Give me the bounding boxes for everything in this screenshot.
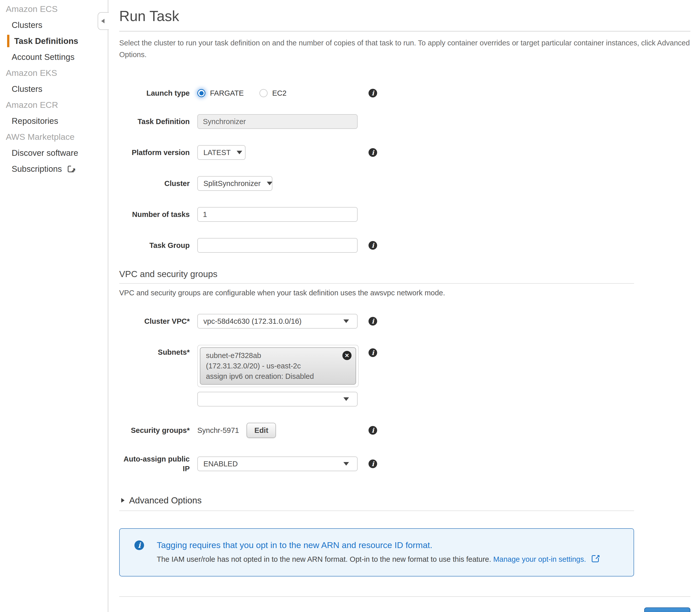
external-link-icon xyxy=(592,555,599,562)
form-row-number-of-tasks: Number of tasks xyxy=(119,207,690,222)
alert-title: Tagging requires that you opt in to the … xyxy=(157,540,599,551)
sidebar-collapse-button[interactable] xyxy=(98,12,109,30)
form-row-task-group: Task Group i xyxy=(119,238,690,253)
sidebar-header-amazon-eks: Amazon EKS xyxy=(0,65,108,81)
advanced-options-label: Advanced Options xyxy=(129,495,202,505)
subnet-id: subnet-e7f328ab xyxy=(206,350,350,361)
sidebar-item-label: Task Definitions xyxy=(14,36,78,46)
security-groups-info-icon[interactable]: i xyxy=(369,426,377,435)
manage-opt-in-settings-link[interactable]: Manage your opt-in settings. xyxy=(493,555,586,563)
sidebar-item-account-settings[interactable]: Account Settings xyxy=(0,49,108,65)
chevron-right-icon xyxy=(121,498,125,503)
sidebar-item-subscriptions[interactable]: Subscriptions xyxy=(0,161,108,177)
task-group-label: Task Group xyxy=(119,240,197,250)
subnets-label: Subnets* xyxy=(119,345,197,357)
info-icon: i xyxy=(134,540,144,550)
footer-divider xyxy=(119,596,690,597)
form-row-cluster: Cluster SplitSynchronizer xyxy=(119,176,690,191)
security-groups-label: Security groups* xyxy=(119,426,197,435)
title-divider xyxy=(119,31,690,31)
launch-type-radio-group: FARGATE EC2 xyxy=(197,89,302,97)
tagging-info-alert: i Tagging requires that you opt in to th… xyxy=(119,528,634,576)
sidebar-header-amazon-ecs: Amazon ECS xyxy=(0,1,108,17)
chevron-down-icon xyxy=(237,151,242,154)
platform-version-dropdown[interactable]: LATEST xyxy=(197,145,245,160)
collapse-left-icon xyxy=(101,19,104,23)
security-group-value: Synchr-5971 xyxy=(197,426,239,435)
active-indicator-bar xyxy=(7,35,9,47)
page-title: Run Task xyxy=(119,8,690,24)
page-description: Select the cluster to run your task defi… xyxy=(119,37,690,60)
run-task-button[interactable]: Run Task xyxy=(644,608,690,612)
task-definition-label: Task Definition xyxy=(119,117,197,126)
subnet-chip: subnet-e7f328ab (172.31.32.0/20) - us-ea… xyxy=(200,347,356,385)
platform-version-info-icon[interactable]: i xyxy=(369,148,377,157)
sidebar-item-discover-software[interactable]: Discover software xyxy=(0,145,108,161)
task-definition-input[interactable] xyxy=(197,114,358,129)
advanced-options-divider xyxy=(119,511,634,511)
remove-subnet-icon[interactable]: × xyxy=(342,351,352,360)
cluster-label: Cluster xyxy=(119,179,197,188)
task-group-input[interactable] xyxy=(197,238,358,253)
sidebar: Amazon ECS Clusters Task Definitions Acc… xyxy=(0,0,108,612)
sidebar-item-task-definitions[interactable]: Task Definitions xyxy=(0,33,108,49)
form-row-launch-type: Launch type FARGATE EC2 i xyxy=(119,88,690,98)
sidebar-item-repositories[interactable]: Repositories xyxy=(0,113,108,129)
edit-security-groups-button[interactable]: Edit xyxy=(246,423,276,438)
form-row-platform-version: Platform version LATEST i xyxy=(119,145,690,160)
chevron-down-icon xyxy=(343,397,349,401)
launch-type-label: Launch type xyxy=(119,88,197,98)
sidebar-item-ecs-clusters[interactable]: Clusters xyxy=(0,17,108,33)
platform-version-label: Platform version xyxy=(119,148,197,157)
subnet-cidr-az: (172.31.32.0/20) - us-east-2c xyxy=(206,361,350,371)
cancel-button[interactable]: Cancel xyxy=(609,611,634,612)
subnet-ipv6-note: assign ipv6 on creation: Disabled xyxy=(206,371,350,381)
alert-text: The IAM user/role has not opted in to th… xyxy=(157,554,599,564)
cluster-vpc-value: vpc-58d4c630 (172.31.0.0/16) xyxy=(203,317,302,325)
footer-actions: Cancel Run Task xyxy=(119,608,690,612)
chevron-down-icon xyxy=(267,182,272,185)
auto-assign-ip-dropdown[interactable]: ENABLED xyxy=(197,457,358,471)
auto-assign-ip-value: ENABLED xyxy=(203,460,238,468)
run-task-form: Launch type FARGATE EC2 i Task Definitio… xyxy=(119,88,690,253)
form-row-cluster-vpc: Cluster VPC* vpc-58d4c630 (172.31.0.0/16… xyxy=(119,314,690,329)
cluster-vpc-info-icon[interactable]: i xyxy=(369,317,377,325)
number-of-tasks-label: Number of tasks xyxy=(119,210,197,219)
external-link-icon xyxy=(68,166,74,172)
platform-version-value: LATEST xyxy=(203,149,230,157)
task-group-info-icon[interactable]: i xyxy=(369,241,377,250)
alert-message: The IAM user/role has not opted in to th… xyxy=(157,555,491,563)
form-row-security-groups: Security groups* Synchr-5971 Edit i xyxy=(119,423,690,438)
subnets-field: subnet-e7f328ab (172.31.32.0/20) - us-ea… xyxy=(197,345,359,406)
subnets-info-icon[interactable]: i xyxy=(369,348,377,357)
radio-dot xyxy=(199,91,204,95)
number-of-tasks-input[interactable] xyxy=(197,207,358,222)
alert-body: Tagging requires that you opt in to the … xyxy=(157,540,599,564)
sidebar-header-aws-marketplace: AWS Marketplace xyxy=(0,129,108,145)
form-row-subnets: Subnets* subnet-e7f328ab (172.31.32.0/20… xyxy=(119,345,690,406)
sidebar-header-amazon-ecr: Amazon ECR xyxy=(0,97,108,113)
add-subnet-dropdown[interactable] xyxy=(197,392,358,406)
chevron-down-icon xyxy=(343,319,349,323)
ec2-radio[interactable] xyxy=(259,89,268,97)
cluster-vpc-label: Cluster VPC* xyxy=(119,316,197,326)
ec2-radio-label: EC2 xyxy=(272,89,286,97)
chevron-down-icon xyxy=(343,462,349,465)
form-row-auto-assign-ip: Auto-assign public IP ENABLED i xyxy=(119,454,690,473)
cluster-vpc-dropdown[interactable]: vpc-58d4c630 (172.31.0.0/16) xyxy=(197,314,358,329)
main-content: Run Task Select the cluster to run your … xyxy=(119,0,690,612)
vpc-section-description: VPC and security groups are configurable… xyxy=(119,289,690,297)
fargate-radio-label: FARGATE xyxy=(210,89,244,97)
cluster-value: SplitSynchronizer xyxy=(203,179,261,188)
sidebar-item-eks-clusters[interactable]: Clusters xyxy=(0,81,108,97)
form-row-task-definition: Task Definition xyxy=(119,114,690,129)
auto-assign-ip-info-icon[interactable]: i xyxy=(369,459,377,468)
cluster-dropdown[interactable]: SplitSynchronizer xyxy=(197,176,272,191)
advanced-options-toggle[interactable]: Advanced Options xyxy=(119,495,690,505)
sidebar-item-label: Subscriptions xyxy=(12,164,62,173)
subnets-selected-list: subnet-e7f328ab (172.31.32.0/20) - us-ea… xyxy=(197,345,359,387)
auto-assign-ip-label: Auto-assign public IP xyxy=(119,454,197,473)
launch-type-info-icon[interactable]: i xyxy=(369,89,377,97)
vpc-section-heading: VPC and security groups xyxy=(119,269,634,284)
fargate-radio[interactable] xyxy=(197,89,205,97)
